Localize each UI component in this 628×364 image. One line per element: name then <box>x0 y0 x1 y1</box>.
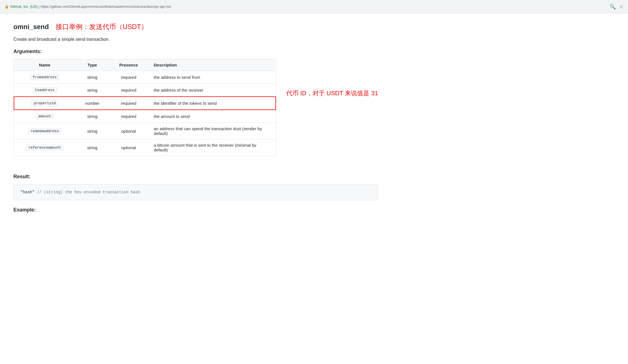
row-type: string <box>75 139 109 156</box>
title-row: omni_send 接口举例：发送代币（USDT） <box>13 22 378 31</box>
col-header-type: Type <box>75 59 109 71</box>
annotation-text: 代币 ID，对于 USDT 来说值是 31 <box>286 90 378 97</box>
row-name: redeemaddress <box>14 123 75 139</box>
code-comment: // (string) the hex-encoded transaction … <box>37 190 140 194</box>
param-name-tag: referenceamount <box>26 145 63 151</box>
row-type: string <box>75 71 109 84</box>
example-label: Example: <box>13 207 378 213</box>
table-row: toaddress string required the address of… <box>14 84 276 97</box>
row-name: fromaddress <box>14 71 75 84</box>
row-description-highlighted: the identifier of the tokens to send <box>148 97 276 110</box>
url-text: https://github.com/OmniLayer/omnicore/bl… <box>41 4 171 9</box>
col-header-name: Name <box>14 59 75 71</box>
arguments-table-wrapper: Name Type Presence Description fromaddre… <box>13 59 276 156</box>
row-presence: required <box>109 71 148 84</box>
page-content: omni_send 接口举例：发送代币（USDT） Create and bro… <box>0 13 391 226</box>
result-section: Result: "hash" // (string) the hex-encod… <box>13 174 378 200</box>
row-name-highlighted: propertyid <box>14 97 75 110</box>
row-description: the amount to send <box>148 110 276 123</box>
table-row: fromaddress string required the address … <box>14 71 276 84</box>
row-presence-highlighted: required <box>109 97 148 110</box>
param-name-tag-highlighted: propertyid <box>31 100 58 106</box>
result-label: Result: <box>13 174 378 180</box>
row-description: an address that can spend the transactio… <box>148 123 276 139</box>
row-presence: required <box>109 110 148 123</box>
api-subtitle: 接口举例：发送代币（USDT） <box>56 22 148 31</box>
arguments-label: Arguments: <box>13 49 378 54</box>
row-annotation: 代币 ID，对于 USDT 来说值是 31 <box>282 89 378 97</box>
row-name: toaddress <box>14 84 75 97</box>
row-type-highlighted: number <box>75 97 109 110</box>
security-label: GitHub, Inc. [US] <box>10 4 37 9</box>
row-presence: required <box>109 84 148 97</box>
col-header-description: Description <box>148 59 276 71</box>
row-presence: optional <box>109 123 148 139</box>
row-description: the address to send from <box>148 71 276 84</box>
browser-chrome: 🔒 GitHub, Inc. [US] | https://github.com… <box>0 0 628 13</box>
row-name: referenceamount <box>14 139 75 156</box>
result-code-block: "hash" // (string) the hex-encoded trans… <box>13 184 378 200</box>
api-name: omni_send <box>13 23 49 31</box>
table-annotation-container: Name Type Presence Description fromaddre… <box>13 59 378 165</box>
browser-security: 🔒 GitHub, Inc. [US] | https://github.com… <box>4 4 171 9</box>
table-header-row: Name Type Presence Description <box>14 59 276 71</box>
table-row: redeemaddress string optional an address… <box>14 123 276 139</box>
param-name-tag: amount <box>36 113 54 119</box>
lock-icon: 🔒 <box>4 4 9 9</box>
param-name-tag: fromaddress <box>30 74 59 80</box>
table-row-highlighted: propertyid number required the identifie… <box>14 97 276 110</box>
code-string-value: "hash" <box>20 190 37 194</box>
param-name-tag: toaddress <box>32 87 57 93</box>
table-row: amount string required the amount to sen… <box>14 110 276 123</box>
row-presence: optional <box>109 139 148 156</box>
col-header-presence: Presence <box>109 59 148 71</box>
api-description: Create and broadcast a simple send trans… <box>13 37 378 42</box>
arguments-table: Name Type Presence Description fromaddre… <box>14 59 276 156</box>
search-icon[interactable]: 🔍 <box>610 4 616 10</box>
bookmark-icon[interactable]: ☆ <box>619 4 624 10</box>
browser-toolbar: 🔍 ☆ <box>610 4 624 10</box>
row-description: the address of the receiver <box>148 84 276 97</box>
param-name-tag: redeemaddress <box>28 128 61 134</box>
row-type: string <box>75 110 109 123</box>
row-description: a bitcoin amount that is sent to the rec… <box>148 139 276 156</box>
row-type: string <box>75 123 109 139</box>
row-type: string <box>75 84 109 97</box>
example-section: Example: <box>13 207 378 213</box>
table-row: referenceamount string optional a bitcoi… <box>14 139 276 156</box>
row-name: amount <box>14 110 75 123</box>
url-separator: | <box>39 4 39 9</box>
